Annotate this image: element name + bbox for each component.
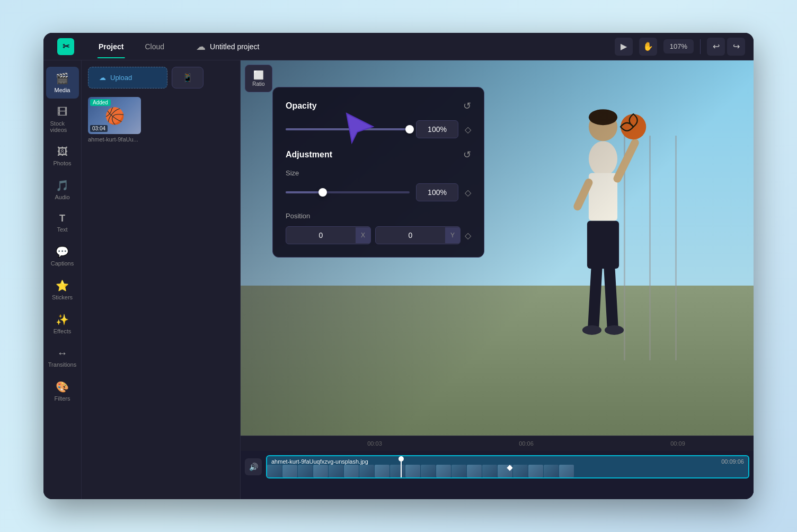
transitions-icon: ↔ (57, 347, 68, 359)
project-title-area: ☁ Untitled project (196, 41, 259, 52)
panel-buttons: ☁ Upload 📱 (88, 67, 234, 88)
position-keyframe-button[interactable]: ◇ (465, 230, 471, 241)
clip-thumb-4 (313, 465, 328, 477)
fence-post-1 (675, 136, 677, 361)
play-button[interactable]: ▶ (615, 38, 633, 56)
left-sidebar: 🎬 Media 🎞 Stock videos 🖼 Photos 🎵 Audio … (43, 60, 82, 499)
opacity-panel: Opacity ↺ 100% ◇ Adjustment ↺ (272, 87, 484, 258)
clip-thumb-6 (344, 465, 359, 477)
clip-thumb-12 (436, 465, 451, 477)
sidebar-item-stickers[interactable]: ⭐ Stickers (46, 274, 79, 306)
upload-label: Upload (110, 74, 132, 82)
logo-area: ✂ (52, 38, 79, 55)
sidebar-item-filters[interactable]: 🎨 Filters (46, 375, 79, 407)
undo-redo-group: ↩ ↪ (707, 38, 745, 56)
media-added-badge: Added (90, 99, 111, 106)
position-label: Position (286, 212, 471, 220)
clip-thumb-13 (451, 465, 466, 477)
top-bar-right: ▶ ✋ 107% ↩ ↪ (615, 38, 745, 56)
sidebar-label-media: Media (55, 87, 70, 93)
clip-thumb-19 (544, 465, 559, 477)
project-title: Untitled project (210, 42, 259, 51)
media-item-container: 🏀 Added 03:04 ahmet-kurt-9faUu... (88, 97, 234, 143)
sidebar-item-audio[interactable]: 🎵 Audio (46, 174, 79, 206)
track-audio-icon: 🔊 (245, 458, 262, 475)
thumbnail-preview: 🏀 (105, 107, 125, 125)
clip-thumb-11 (421, 465, 436, 477)
media-item[interactable]: 🏀 Added 03:04 (88, 97, 141, 134)
timeline-track: 🔊 ahmet-kurt-9faUuqfxzvg-unsplash.jpg 00… (241, 451, 754, 483)
sidebar-item-stock-videos[interactable]: 🎞 Stock videos (46, 101, 79, 138)
timeline-area: 00:03 00:06 00:09 🔊 ahmet-kurt-9faUuqfxz… (241, 436, 754, 499)
clip-thumb-9 (390, 465, 405, 477)
filters-icon: 🎨 (56, 380, 69, 393)
device-button[interactable]: 📱 (172, 67, 203, 88)
main-content: 🎬 Media 🎞 Stock videos 🖼 Photos 🎵 Audio … (43, 60, 754, 499)
app-logo[interactable]: ✂ (57, 38, 74, 55)
sidebar-item-media[interactable]: 🎬 Media (46, 67, 79, 99)
sidebar-label-text: Text (57, 226, 67, 233)
position-x-input[interactable]: 0 X (286, 226, 371, 244)
undo-button[interactable]: ↩ (707, 38, 725, 56)
size-slider-fill (286, 191, 323, 193)
size-keyframe-button[interactable]: ◇ (465, 188, 471, 198)
ruler-mark-1: 00:03 (299, 440, 450, 447)
opacity-keyframe-button[interactable]: ◇ (465, 125, 471, 135)
tab-project[interactable]: Project (88, 35, 134, 58)
sidebar-label-captions: Captions (51, 260, 74, 267)
panel-content: ☁ Upload 📱 🏀 Added (82, 60, 240, 499)
toolbar-divider (700, 39, 701, 54)
position-y-input[interactable]: 0 Y (375, 226, 461, 244)
sidebar-label-photos: Photos (53, 160, 71, 166)
ruler-mark-3: 00:09 (602, 440, 754, 447)
tab-cloud[interactable]: Cloud (134, 35, 175, 58)
clip-thumb-15 (482, 465, 497, 477)
opacity-title: Opacity (286, 101, 317, 111)
x-label: X (356, 227, 370, 243)
sidebar-item-transitions[interactable]: ↔ Transitions (46, 342, 79, 373)
position-y-value: 0 (376, 227, 445, 244)
player-silhouette (555, 79, 651, 398)
redo-button[interactable]: ↪ (727, 38, 745, 56)
size-slider-row: 100% ◇ (286, 183, 471, 201)
clip-label: ahmet-kurt-9faUuqfxzvg-unsplash.jpg (271, 458, 368, 465)
timeline-clip[interactable]: ahmet-kurt-9faUuqfxzvg-unsplash.jpg 00:0… (266, 455, 749, 478)
svg-point-2 (589, 110, 617, 126)
sidebar-item-text[interactable]: T Text (46, 208, 79, 238)
video-preview: Opacity ↺ 100% ◇ Adjustment ↺ (241, 60, 754, 436)
sidebar-item-photos[interactable]: 🖼 Photos (46, 140, 79, 172)
effects-icon: ✨ (56, 313, 69, 326)
upload-button[interactable]: ☁ Upload (88, 67, 167, 88)
stock-videos-icon: 🎞 (57, 106, 68, 118)
opacity-value-box[interactable]: 100% (416, 120, 458, 138)
clip-thumb-7 (359, 465, 374, 477)
clip-thumb-17 (513, 465, 528, 477)
cursor-arrow-svg (341, 108, 378, 145)
opacity-reset-button[interactable]: ↺ (463, 100, 471, 112)
media-icon: 🎬 (56, 72, 69, 85)
captions-icon: 💬 (56, 245, 69, 258)
tab-group: Project Cloud (88, 35, 175, 58)
size-slider-track[interactable] (286, 191, 410, 193)
zoom-level-button[interactable]: 107% (663, 39, 694, 54)
sidebar-label-stickers: Stickers (52, 294, 73, 300)
adjustment-reset-button[interactable]: ↺ (463, 149, 471, 161)
ruler-mark-2: 00:06 (450, 440, 602, 447)
sidebar-label-effects: Effects (54, 328, 71, 334)
sidebar-item-effects[interactable]: ✨ Effects (46, 308, 79, 340)
opacity-slider-thumb[interactable] (405, 125, 414, 134)
hand-tool-button[interactable]: ✋ (639, 38, 657, 56)
photos-icon: 🖼 (57, 146, 68, 158)
media-filename: ahmet-kurt-9faUu... (88, 136, 141, 143)
position-x-value: 0 (286, 227, 356, 244)
svg-line-5 (578, 183, 589, 207)
size-value-box[interactable]: 100% (416, 183, 458, 201)
ratio-icon: ⬜ (253, 70, 264, 80)
ratio-button[interactable]: ⬜ Ratio (245, 65, 272, 92)
size-slider-thumb[interactable] (318, 188, 327, 197)
opacity-slider-row: 100% ◇ (286, 120, 471, 138)
cloud-icon: ☁ (196, 41, 206, 52)
stickers-icon: ⭐ (56, 279, 69, 292)
sidebar-item-captions[interactable]: 💬 Captions (46, 240, 79, 272)
clip-thumb-14 (467, 465, 482, 477)
